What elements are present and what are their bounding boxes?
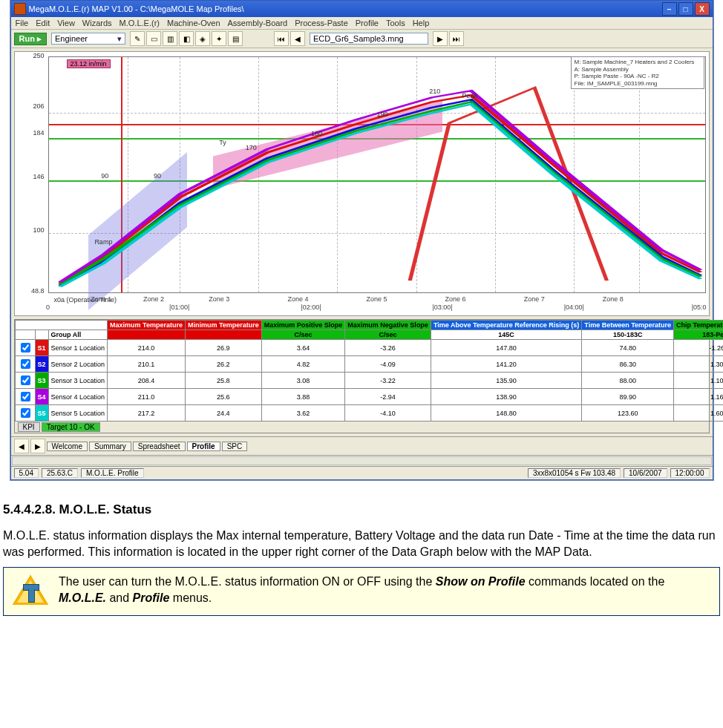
tab-spc[interactable]: SPC bbox=[222, 442, 248, 451]
t: menus. bbox=[169, 591, 212, 604]
row-checkbox[interactable] bbox=[21, 343, 30, 352]
tool-icon-4[interactable]: ◧ bbox=[179, 31, 194, 46]
sensor-badge: S1 bbox=[35, 340, 48, 356]
table-row[interactable]: S5Sensor 5 Location217.224.43.62-4.10148… bbox=[15, 405, 723, 422]
section-paragraph: M.O.L.E. status information displays the… bbox=[3, 528, 720, 560]
tab-spreadsheet[interactable]: Spreadsheet bbox=[133, 442, 186, 451]
col-header[interactable]: Maximum Temperature bbox=[108, 321, 186, 330]
cell: -3.22 bbox=[345, 373, 431, 389]
app-window: MegaM.O.L.E.(r) MAP V1.00 - C:\MegaMOLE … bbox=[10, 0, 713, 480]
menu-process[interactable]: Process-Paste bbox=[295, 19, 348, 27]
row-checkbox[interactable] bbox=[21, 359, 30, 369]
cell: 148.80 bbox=[431, 405, 581, 422]
cell: 74.80 bbox=[582, 340, 674, 356]
cell: 214.0 bbox=[108, 340, 186, 356]
cell: 89.90 bbox=[582, 389, 674, 405]
col-header[interactable]: Time Above Temperature Reference Rising … bbox=[431, 321, 581, 330]
t: The user can turn the M.O.L.E. status in… bbox=[59, 575, 436, 588]
sensor-badge: S5 bbox=[35, 405, 48, 422]
nav-next-icon[interactable]: ▶ bbox=[433, 31, 448, 46]
menu-mole[interactable]: M.O.L.E.(r) bbox=[120, 19, 160, 27]
col-header[interactable]: Time Between Temperature bbox=[582, 321, 674, 330]
table-row[interactable]: S4Sensor 4 Location211.025.63.88-2.94138… bbox=[15, 389, 723, 405]
menu-assembly[interactable]: Assembly-Board bbox=[228, 19, 288, 27]
ytick: 48.8 bbox=[16, 287, 46, 295]
tab-scroll-left-icon[interactable]: ◀ bbox=[14, 439, 29, 453]
tool-icon-2[interactable]: ▭ bbox=[146, 31, 161, 46]
tab-summary[interactable]: Summary bbox=[89, 442, 131, 451]
cell: -3.26 bbox=[345, 340, 431, 356]
ytick: 250 bbox=[16, 52, 46, 59]
menu-bar: File Edit View Wizards M.O.L.E.(r) Machi… bbox=[11, 17, 713, 30]
table-row[interactable]: S3Sensor 3 Location208.425.83.08-3.22135… bbox=[15, 373, 723, 389]
menu-tools[interactable]: Tools bbox=[386, 19, 405, 27]
cell: 88.00 bbox=[582, 373, 674, 389]
y-axis: 48.8 100 146 184 206 250 bbox=[16, 52, 46, 295]
doc-section: 5.4.4.2.8. M.O.L.E. Status M.O.L.E. stat… bbox=[3, 502, 720, 616]
t: commands located on the bbox=[526, 575, 665, 588]
status-cell: 10/6/2007 bbox=[624, 468, 667, 478]
profile-chart: 48.8 100 146 184 206 250 bbox=[14, 51, 710, 316]
table-row[interactable]: S2Sensor 2 Location210.126.24.82-4.09141… bbox=[15, 356, 723, 373]
label-peak: Peak bbox=[462, 92, 477, 99]
tool-icon-5[interactable]: ◈ bbox=[195, 31, 210, 46]
col-header[interactable]: Maximum Negative Slope bbox=[345, 321, 431, 330]
bottom-tabs: ◀ ▶ Welcome Summary Spreadsheet Profile … bbox=[11, 436, 713, 455]
cell: 208.4 bbox=[108, 373, 186, 389]
menu-view[interactable]: View bbox=[57, 19, 75, 27]
xtick: |04:00| bbox=[564, 304, 584, 311]
nav-last-icon[interactable]: ⏭ bbox=[449, 31, 464, 46]
tip-text: The user can turn the M.O.L.E. status in… bbox=[59, 574, 713, 606]
tool-icon-7[interactable]: ▤ bbox=[228, 31, 243, 46]
tab-scroll-right-icon[interactable]: ▶ bbox=[30, 439, 45, 453]
col-header[interactable]: Maximum Positive Slope bbox=[261, 321, 345, 330]
sub: C/sec bbox=[345, 330, 431, 340]
tool-icon-1[interactable]: ✎ bbox=[130, 31, 145, 46]
run-button[interactable]: Run ▸ bbox=[14, 33, 47, 45]
zone-temp: 210 bbox=[429, 88, 440, 95]
table-row[interactable]: S1Sensor 1 Location214.026.93.64-3.26147… bbox=[15, 340, 723, 356]
ytick: 206 bbox=[16, 102, 46, 110]
window-title: MegaM.O.L.E.(r) MAP V1.00 - C:\MegaMOLE … bbox=[29, 4, 244, 13]
tool-icon-6[interactable]: ✦ bbox=[212, 31, 226, 46]
status-bar: 5.04 25.63.C M.O.L.E. Profile 3xx8x01054… bbox=[11, 466, 713, 479]
menu-help[interactable]: Help bbox=[413, 19, 430, 27]
t: and bbox=[106, 591, 133, 604]
tool-icon-3[interactable]: ▥ bbox=[163, 31, 177, 46]
nav-prev-icon[interactable]: ◀ bbox=[290, 31, 305, 46]
tab-target[interactable]: Target 10 - OK bbox=[42, 422, 100, 432]
tab-profile[interactable]: Profile bbox=[187, 442, 220, 451]
col-header[interactable]: Minimum Temperature bbox=[185, 321, 261, 330]
h-scrollbar[interactable] bbox=[11, 455, 713, 466]
menu-profile[interactable]: Profile bbox=[356, 19, 379, 27]
col-header[interactable]: Chip Temperature in Chip bbox=[674, 321, 723, 330]
zone-temp: 190 bbox=[377, 111, 388, 118]
minimize-button[interactable]: – bbox=[662, 2, 677, 16]
cell: 1.16 bbox=[674, 389, 723, 405]
xtick: 0 bbox=[46, 304, 50, 311]
file-field[interactable]: ECD_Gr6_Sample3.mng bbox=[310, 33, 428, 45]
nav-first-icon[interactable]: ⏮ bbox=[274, 31, 289, 46]
menu-machine[interactable]: Machine-Oven bbox=[167, 19, 220, 27]
row-checkbox[interactable] bbox=[21, 408, 30, 418]
sub: C/sec bbox=[261, 330, 345, 340]
tab-kpi[interactable]: KPI bbox=[18, 422, 40, 432]
t: Profile bbox=[133, 591, 170, 604]
row-checkbox[interactable] bbox=[21, 392, 30, 401]
xtick: |02:00| bbox=[301, 304, 321, 311]
role-dropdown[interactable]: Engineer bbox=[51, 33, 125, 45]
tab-welcome[interactable]: Welcome bbox=[47, 442, 88, 451]
cell: 1.30 bbox=[674, 356, 723, 373]
zone-temp: 170 bbox=[246, 144, 257, 151]
close-button[interactable]: X bbox=[695, 2, 710, 16]
row-checkbox[interactable] bbox=[21, 376, 30, 385]
menu-edit[interactable]: Edit bbox=[36, 19, 50, 27]
cell: -4.09 bbox=[345, 356, 431, 373]
cell: 141.20 bbox=[431, 356, 581, 373]
maximize-button[interactable]: □ bbox=[678, 2, 693, 16]
menu-wizards[interactable]: Wizards bbox=[82, 19, 112, 27]
status-cell: 25.63.C bbox=[42, 468, 78, 478]
menu-file[interactable]: File bbox=[16, 19, 29, 27]
group-all[interactable]: Group All bbox=[48, 330, 108, 340]
series-line bbox=[59, 104, 700, 286]
